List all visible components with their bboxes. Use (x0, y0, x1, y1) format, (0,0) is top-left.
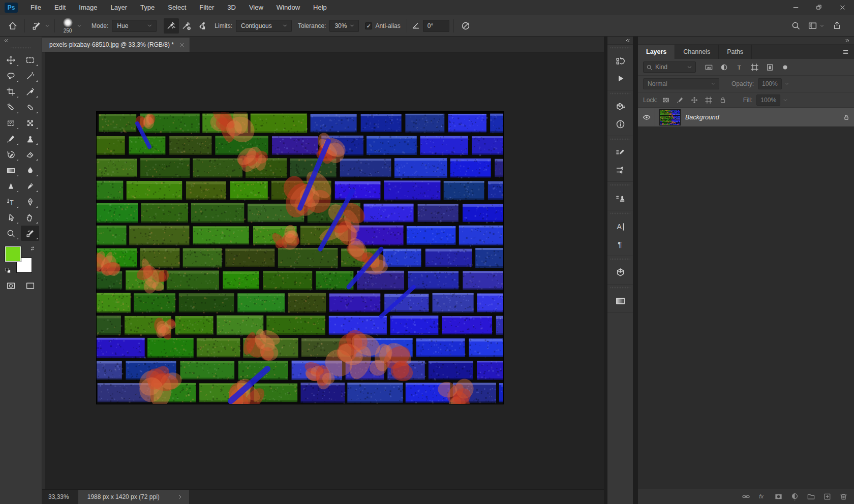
chevron-down-icon[interactable] (782, 97, 788, 103)
toolbar-collapse-button[interactable] (0, 37, 42, 45)
filter-shape-icon[interactable] (750, 63, 759, 72)
workspace-switcher[interactable] (808, 21, 825, 30)
tab-layers[interactable]: Layers (638, 45, 675, 59)
dock-collapse-button[interactable] (638, 37, 854, 45)
quick-mask-button[interactable] (2, 278, 20, 293)
sampling-continuous-button[interactable] (164, 18, 179, 34)
menu-type[interactable]: Type (134, 0, 161, 15)
swap-colors-icon[interactable] (30, 245, 37, 252)
brushes-panel-button[interactable] (607, 161, 633, 178)
zoom-tool[interactable] (2, 226, 20, 241)
spot-healing-brush-tool[interactable] (2, 100, 20, 115)
lock-position-icon[interactable] (690, 96, 698, 104)
opacity-value[interactable]: 100% (758, 78, 782, 89)
blur-tool[interactable] (21, 163, 39, 178)
brush-preset-picker[interactable]: 250 (59, 18, 76, 34)
pressure-button[interactable] (458, 18, 473, 34)
toolbar-grip[interactable] (11, 46, 31, 49)
actions-panel-button[interactable] (607, 70, 633, 87)
layer-row-background[interactable]: Background (638, 108, 854, 127)
hand-tool[interactable] (21, 210, 39, 225)
strip-grip[interactable] (610, 46, 630, 49)
default-colors-icon[interactable] (4, 267, 11, 274)
chevron-down-icon[interactable] (44, 23, 50, 29)
lock-artboard-icon[interactable] (705, 96, 713, 104)
brush-tool[interactable] (2, 131, 20, 146)
status-zoom-level[interactable]: 33,33% (42, 493, 78, 500)
filter-pixel-icon[interactable] (705, 63, 713, 72)
filter-toggle-icon[interactable] (781, 63, 789, 72)
paragraph-panel-button[interactable]: ¶ (607, 235, 633, 253)
menu-filter[interactable]: Filter (193, 0, 221, 15)
close-tab-icon[interactable] (179, 42, 185, 48)
tool-preset-button[interactable] (29, 18, 44, 34)
limits-select[interactable]: Contiguous (236, 20, 292, 32)
strip-grip[interactable] (610, 286, 630, 289)
filter-type-icon[interactable]: T (735, 63, 744, 72)
canvas-image[interactable] (97, 112, 503, 404)
angle-input[interactable]: 0° (423, 20, 449, 32)
menu-layer[interactable]: Layer (104, 0, 134, 15)
folder-button[interactable] (807, 492, 815, 501)
tab-channels[interactable]: Channels (675, 45, 719, 59)
link-button[interactable] (742, 492, 750, 501)
layer-name[interactable]: Background (685, 114, 839, 121)
sampling-background-button[interactable] (194, 18, 209, 34)
pen-tool[interactable] (21, 194, 39, 209)
menu-edit[interactable]: Edit (48, 0, 72, 15)
type-tool[interactable]: T (2, 194, 20, 209)
strip-expand-button[interactable] (607, 37, 633, 45)
search-icon[interactable] (791, 21, 801, 30)
layer-thumbnail[interactable] (660, 110, 680, 125)
move-tool[interactable] (2, 52, 20, 68)
clone-source-panel-button[interactable] (607, 190, 633, 207)
panel-menu-button[interactable] (842, 45, 854, 59)
chevron-right-icon[interactable] (177, 494, 183, 500)
gradient-tool[interactable] (2, 163, 20, 178)
menu-file[interactable]: File (24, 0, 48, 15)
anti-alias-checkbox[interactable]: ✓ (365, 22, 372, 29)
fx-button[interactable]: fx (758, 492, 767, 501)
libraries-panel-button[interactable] (607, 98, 633, 115)
magic-wand-tool[interactable] (21, 68, 39, 83)
history-brush-tool[interactable] (2, 147, 20, 162)
adjust-new-button[interactable] (790, 492, 799, 501)
strip-grip[interactable] (610, 92, 630, 95)
mode-select[interactable]: Hue (112, 20, 157, 32)
rectangular-marquee-tool[interactable] (21, 52, 39, 68)
share-icon[interactable] (832, 21, 842, 30)
strip-grip[interactable] (610, 138, 630, 141)
new-layer-button[interactable] (823, 492, 832, 501)
lock-transparent-icon[interactable] (662, 96, 670, 104)
sampling-once-button[interactable] (179, 18, 194, 34)
document-info[interactable]: 1988 px x 1420 px (72 ppi) (78, 490, 189, 504)
menu-view[interactable]: View (242, 0, 270, 15)
chevron-down-icon[interactable] (784, 81, 790, 87)
clone-stamp-tool[interactable] (21, 131, 39, 146)
layer-visibility-toggle[interactable] (638, 108, 655, 127)
trash-button[interactable] (839, 492, 848, 501)
strip-grip[interactable] (610, 212, 630, 215)
sharpen-tool[interactable] (2, 178, 20, 194)
patch-tool[interactable] (2, 115, 20, 131)
foreground-color-swatch[interactable] (5, 246, 21, 262)
menu-3d[interactable]: 3D (221, 0, 242, 15)
strip-grip[interactable] (610, 183, 630, 186)
color-replacement-tool[interactable] (21, 226, 39, 241)
smudge-tool[interactable] (21, 178, 39, 194)
direct-selection-tool[interactable] (2, 210, 20, 225)
tolerance-select[interactable]: 30% (329, 20, 359, 32)
close-button[interactable] (831, 0, 854, 15)
gradients-panel-button[interactable] (607, 292, 633, 309)
crop-tool[interactable] (2, 84, 20, 99)
healing-brush-tool[interactable] (21, 100, 39, 115)
character-panel-button[interactable]: A (607, 218, 633, 235)
home-button[interactable] (5, 18, 20, 34)
menu-help[interactable]: Help (307, 0, 333, 15)
threed-panel-button[interactable] (607, 264, 633, 281)
document-tab[interactable]: pexels-pixabay-68510.jpg @ 33,3% (RGB/8)… (42, 38, 190, 52)
blend-mode-select[interactable]: Normal (643, 78, 719, 89)
screen-mode-button[interactable] (21, 278, 39, 293)
eyedropper-tool[interactable] (21, 84, 39, 99)
content-aware-move-tool[interactable] (21, 115, 39, 131)
